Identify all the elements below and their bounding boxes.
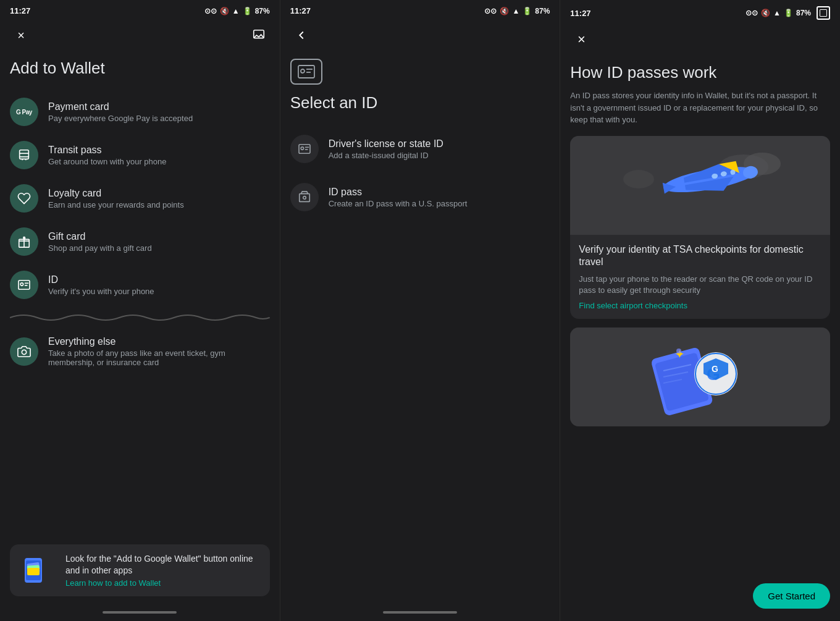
- status-icons-2: ⊙⊙ 🔇 ▲ 🔋 87%: [484, 7, 550, 15]
- back-button[interactable]: [290, 24, 313, 46]
- id-text: ID Verify it's you with your phone: [48, 274, 154, 296]
- screen-select-id: 11:27 ⊙⊙ 🔇 ▲ 🔋 87%: [280, 0, 561, 621]
- wavy-divider: [10, 311, 270, 324]
- promo-card[interactable]: Look for the "Add to Google Wallet" butt…: [10, 544, 270, 596]
- mute-icon: 🔇: [220, 7, 229, 15]
- how-id-desc: An ID pass stores your identity info in …: [570, 90, 830, 126]
- airport-checkpoints-link[interactable]: Find select airport checkpoints: [579, 301, 821, 310]
- status-bar-2: 11:27 ⊙⊙ 🔇 ▲ 🔋 87%: [280, 0, 560, 19]
- svg-point-53: [676, 349, 681, 353]
- gift-card-text: Gift card Shop and pay with a gift card: [48, 231, 152, 253]
- status-bar-3: 11:27 ⊙⊙ 🔇 ▲ 🔋 87%: [560, 0, 840, 23]
- battery-icon-1: 🔋: [243, 7, 252, 15]
- capture-box-icon: [817, 6, 830, 20]
- status-icons-1: ⊙⊙ 🔇 ▲ 🔋 87%: [204, 7, 270, 15]
- menu-item-payment-card[interactable]: G Pay Payment card Pay everywhere Google…: [10, 90, 270, 133]
- menu-item-transit-pass[interactable]: Transit pass Get around town with your p…: [10, 133, 270, 177]
- home-bar-2: [383, 611, 457, 614]
- promo-link[interactable]: Learn how to add to Wallet: [65, 578, 261, 588]
- svg-point-27: [303, 196, 306, 200]
- menu-item-id[interactable]: ID Verify it's you with your phone: [10, 263, 270, 306]
- airplane-illustration: [570, 136, 830, 235]
- transit-pass-text: Transit pass Get around town with your p…: [48, 145, 167, 166]
- phone-google-illustration: G G ✦: [570, 327, 830, 426]
- sim-icon-3: ⊙⊙: [746, 9, 758, 17]
- payment-card-text: Payment card Pay everywhere Google Pay i…: [48, 101, 193, 123]
- gift-icon: [10, 227, 38, 256]
- id-pass-icon: [290, 183, 319, 211]
- id-icon-box: [290, 59, 322, 85]
- id-pass-text: ID pass Create an ID pass with a U.S. pa…: [329, 187, 468, 208]
- time-3: 11:27: [570, 9, 590, 18]
- drivers-license-text: Driver's license or state ID Add a state…: [329, 138, 443, 160]
- svg-point-19: [301, 69, 304, 73]
- battery-icon-3: 🔋: [784, 9, 793, 17]
- status-icons-3: ⊙⊙ 🔇 ▲ 🔋 87%: [746, 6, 830, 20]
- tsa-feature-card: Verify your identity at TSA checkpoints …: [570, 136, 830, 319]
- id-menu-icon: [10, 271, 38, 299]
- top-bar-3: ×: [560, 23, 840, 58]
- time-2: 11:27: [290, 6, 311, 15]
- mute-icon-2: 🔇: [500, 7, 509, 15]
- close-button-3[interactable]: ×: [570, 28, 592, 51]
- select-id-title: Select an ID: [280, 93, 560, 112]
- transit-icon: [10, 141, 38, 169]
- screens-container: 11:27 ⊙⊙ 🔇 ▲ 🔋 87% × Add to Wa: [0, 0, 840, 621]
- svg-point-12: [22, 350, 26, 354]
- menu-item-loyalty-card[interactable]: Loyalty card Earn and use your rewards a…: [10, 177, 270, 220]
- screen1-content: Add to Wallet G Pay Payment card Pay eve…: [0, 54, 280, 539]
- wifi-icon-3: ▲: [773, 9, 781, 17]
- svg-text:G: G: [712, 364, 718, 374]
- close-button-1[interactable]: ×: [10, 24, 32, 46]
- screen3-content: How ID passes work An ID pass stores you…: [560, 58, 840, 621]
- page-title-1: Add to Wallet: [10, 59, 270, 78]
- sim-icon-2: ⊙⊙: [484, 7, 497, 15]
- id-option-id-pass[interactable]: ID pass Create an ID pass with a U.S. pa…: [280, 173, 560, 221]
- top-bar-2: [280, 19, 560, 54]
- gpay-icon: G Pay: [10, 98, 38, 126]
- google-feature-card: G G ✦: [570, 327, 830, 426]
- wifi-icon: ▲: [232, 7, 240, 15]
- loyalty-icon: [10, 184, 38, 213]
- battery-icon-2: 🔋: [523, 7, 532, 15]
- status-bar-1: 11:27 ⊙⊙ 🔇 ▲ 🔋 87%: [0, 0, 280, 19]
- tsa-card-text: Verify your identity at TSA checkpoints …: [570, 235, 830, 319]
- mute-icon-3: 🔇: [761, 9, 770, 17]
- loyalty-card-text: Loyalty card Earn and use your rewards a…: [48, 188, 184, 209]
- battery-pct-3: 87%: [796, 9, 811, 17]
- svg-point-31: [623, 170, 654, 188]
- drivers-license-icon: [290, 135, 319, 163]
- svg-point-9: [20, 283, 23, 286]
- svg-rect-1: [20, 150, 29, 159]
- screen-how-id-works: 11:27 ⊙⊙ 🔇 ▲ 🔋 87% × How ID passes work: [560, 0, 840, 621]
- svg-rect-26: [299, 194, 309, 202]
- camera-icon: [10, 337, 38, 366]
- how-id-title: How ID passes work: [570, 63, 830, 82]
- everything-else-text: Everything else Take a photo of any pass…: [48, 336, 270, 367]
- battery-pct-2: 87%: [535, 7, 550, 15]
- battery-pct-1: 87%: [255, 7, 270, 15]
- id-option-drivers-license[interactable]: Driver's license or state ID Add a state…: [280, 125, 560, 173]
- wifi-icon-2: ▲: [512, 7, 519, 15]
- menu-item-everything-else[interactable]: Everything else Take a photo of any pass…: [10, 329, 270, 374]
- screen-add-to-wallet: 11:27 ⊙⊙ 🔇 ▲ 🔋 87% × Add to Wa: [0, 0, 280, 621]
- svg-rect-17: [27, 568, 40, 575]
- time-1: 11:27: [10, 6, 30, 15]
- feedback-button[interactable]: [248, 24, 270, 46]
- svg-point-23: [301, 147, 304, 150]
- sim-icon: ⊙⊙: [204, 7, 217, 15]
- top-bar-1: ×: [0, 19, 280, 54]
- home-bar-1: [103, 611, 177, 614]
- promo-text: Look for the "Add to Google Wallet" butt…: [65, 553, 261, 587]
- get-started-button[interactable]: Get Started: [753, 583, 830, 609]
- promo-image: [19, 553, 58, 588]
- menu-item-gift-card[interactable]: Gift card Shop and pay with a gift card: [10, 220, 270, 263]
